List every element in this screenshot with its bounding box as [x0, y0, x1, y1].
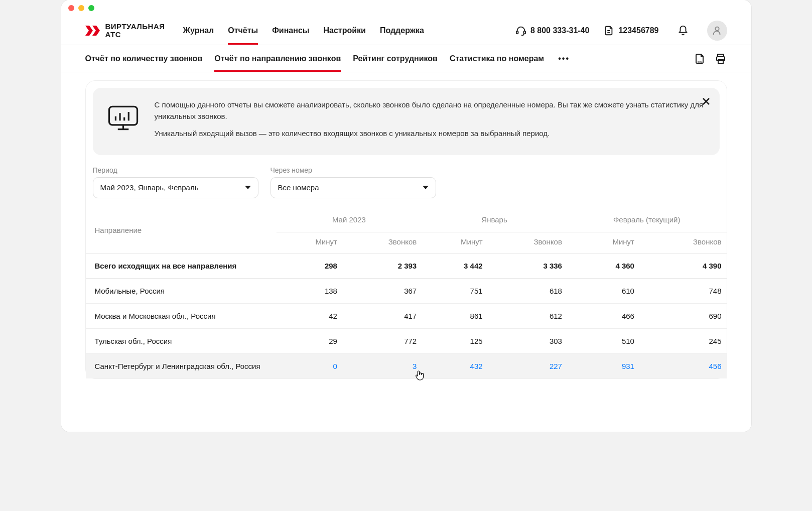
nav-item-0[interactable]: Журнал: [183, 17, 214, 44]
report-tab-0[interactable]: Отчёт по количеству звонков: [85, 46, 203, 71]
filters-row: Период Май 2023, Январь, Февраль Через н…: [86, 162, 727, 207]
value-cell[interactable]: 29: [277, 328, 342, 353]
value-cell[interactable]: 466: [567, 303, 639, 328]
direction-cell: Москва и Московская обл., Россия: [86, 303, 277, 328]
svg-rect-1: [523, 31, 525, 33]
via-number-filter: Через номер Все номера: [270, 166, 436, 198]
period-select-value: Май 2023, Январь, Февраль: [100, 183, 199, 192]
value-cell[interactable]: 772: [342, 328, 422, 353]
value-cell[interactable]: 227: [488, 353, 567, 378]
window-minimize-button[interactable]: [78, 5, 84, 11]
bell-icon: [678, 25, 689, 36]
mac-titlebar: [61, 0, 751, 16]
window-close-button[interactable]: [68, 5, 74, 11]
user-icon: [712, 25, 723, 36]
value-cell[interactable]: 417: [342, 303, 422, 328]
headset-icon: [515, 25, 526, 36]
value-cell[interactable]: 618: [488, 278, 567, 303]
value-cell[interactable]: 432: [422, 353, 487, 378]
direction-cell: Санкт-Петербург и Ленинградская обл., Ро…: [86, 353, 277, 378]
report-tabs: Отчёт по количеству звонковОтчёт по напр…: [61, 45, 751, 72]
total-value: 2 393: [342, 253, 422, 278]
profile-button[interactable]: [707, 21, 727, 41]
nav-item-3[interactable]: Настройки: [323, 17, 365, 44]
info-banner: С помощью данного отчеты вы сможете анал…: [93, 88, 720, 155]
total-value: 4 390: [639, 253, 727, 278]
svg-rect-7: [109, 106, 137, 125]
report-tab-2[interactable]: Рейтинг сотрудников: [353, 46, 438, 71]
support-phone[interactable]: 8 800 333-31-40: [515, 25, 589, 36]
col-sub-header: Минут: [277, 232, 342, 253]
value-cell[interactable]: 0: [277, 353, 342, 378]
main-nav: ЖурналОтчётыФинансыНастройкиПоддержка: [183, 17, 424, 44]
value-cell[interactable]: 861: [422, 303, 487, 328]
direction-cell: Мобильные, Россия: [86, 278, 277, 303]
brand-logo[interactable]: ВИРТУАЛЬНАЯ АТС: [85, 23, 165, 39]
app-window: ВИРТУАЛЬНАЯ АТС ЖурналОтчётыФинансыНастр…: [61, 0, 751, 432]
direction-cell: Тульская обл., Россия: [86, 328, 277, 353]
printer-icon: [715, 53, 727, 65]
nav-item-4[interactable]: Поддержка: [380, 17, 424, 44]
account-id-value: 123456789: [618, 26, 658, 35]
total-value: 3 442: [422, 253, 487, 278]
col-period-1: Май 2023: [277, 207, 422, 232]
report-panel: С помощью данного отчеты вы сможете анал…: [85, 80, 727, 379]
value-cell[interactable]: 690: [639, 303, 727, 328]
table-row[interactable]: Мобильные, Россия138367751618610748: [86, 278, 727, 303]
value-cell[interactable]: 456: [639, 353, 727, 378]
directions-table: Направление Май 2023 Январь Февраль (тек…: [86, 207, 727, 378]
col-direction: Направление: [86, 207, 277, 253]
col-period-2: Январь: [422, 207, 567, 232]
table-row[interactable]: Санкт-Петербург и Ленинградская обл., Ро…: [86, 353, 727, 378]
notifications-button[interactable]: [673, 21, 693, 41]
svg-text:xls: xls: [698, 60, 702, 63]
print-button[interactable]: [714, 52, 727, 65]
value-cell[interactable]: 125: [422, 328, 487, 353]
value-cell[interactable]: 245: [639, 328, 727, 353]
logo-icon: [85, 24, 100, 38]
chevron-down-icon: [245, 186, 251, 189]
value-cell[interactable]: 303: [488, 328, 567, 353]
total-value: 3 336: [488, 253, 567, 278]
table-row-total: Всего исходящих на все направления2982 3…: [86, 253, 727, 278]
report-tab-3[interactable]: Статистика по номерам: [450, 46, 544, 71]
value-cell[interactable]: 751: [422, 278, 487, 303]
close-banner-button[interactable]: [702, 97, 711, 108]
more-tabs-button[interactable]: •••: [556, 54, 572, 63]
content-area: С помощью данного отчеты вы сможете анал…: [61, 72, 751, 432]
document-icon: [603, 25, 614, 36]
value-cell[interactable]: 610: [567, 278, 639, 303]
value-cell[interactable]: 3: [342, 353, 422, 378]
via-number-label: Через номер: [270, 166, 436, 174]
value-cell[interactable]: 931: [567, 353, 639, 378]
table-row[interactable]: Москва и Московская обл., Россия42417861…: [86, 303, 727, 328]
value-cell[interactable]: 612: [488, 303, 567, 328]
nav-item-2[interactable]: Финансы: [272, 17, 309, 44]
brand-text: ВИРТУАЛЬНАЯ АТС: [105, 23, 165, 39]
total-value: 298: [277, 253, 342, 278]
period-label: Период: [93, 166, 258, 174]
value-cell[interactable]: 510: [567, 328, 639, 353]
col-sub-header: Звонков: [342, 232, 422, 253]
window-maximize-button[interactable]: [88, 5, 94, 11]
period-select[interactable]: Май 2023, Январь, Февраль: [93, 177, 258, 198]
via-number-select[interactable]: Все номера: [270, 177, 436, 198]
export-xls-button[interactable]: xls: [693, 52, 706, 65]
col-sub-header: Звонков: [488, 232, 567, 253]
table-row[interactable]: Тульская обл., Россия29772125303510245: [86, 328, 727, 353]
col-sub-header: Звонков: [639, 232, 727, 253]
support-phone-number: 8 800 333-31-40: [530, 26, 589, 35]
value-cell[interactable]: 748: [639, 278, 727, 303]
value-cell[interactable]: 42: [277, 303, 342, 328]
value-cell[interactable]: 367: [342, 278, 422, 303]
nav-item-1[interactable]: Отчёты: [228, 17, 258, 44]
col-period-3: Февраль (текущий): [567, 207, 727, 232]
total-value: 4 360: [567, 253, 639, 278]
file-xls-icon: xls: [694, 53, 706, 65]
account-id[interactable]: 123456789: [603, 25, 658, 36]
value-cell[interactable]: 138: [277, 278, 342, 303]
report-tab-1[interactable]: Отчёт по направлению звонков: [214, 46, 341, 71]
info-banner-text: С помощью данного отчеты вы сможете анал…: [155, 99, 707, 144]
via-number-select-value: Все номера: [278, 183, 319, 192]
svg-rect-0: [516, 31, 518, 33]
